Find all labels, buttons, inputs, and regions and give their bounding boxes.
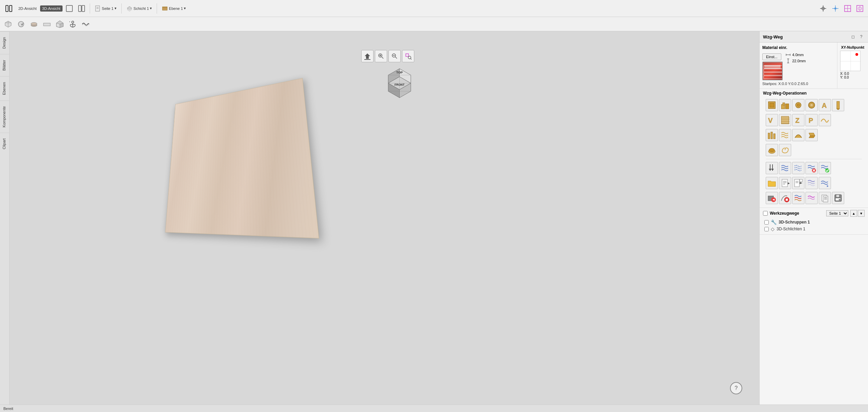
wave-btn[interactable] (80, 19, 91, 30)
zoom-in-btn[interactable] (375, 50, 387, 62)
svg-rect-3 (79, 5, 81, 12)
svg-line-53 (382, 57, 383, 59)
wooden-board (165, 78, 319, 238)
orientation-cube[interactable]: TOP FRONT (383, 67, 416, 99)
op-flute-btn[interactable] (832, 99, 844, 111)
toolpath-page-select[interactable]: Seite 1 (826, 210, 848, 216)
op-stamps-btn[interactable] (779, 99, 791, 111)
toolpath-nav-up-btn[interactable]: ▲ (850, 210, 857, 217)
svg-point-85 (810, 103, 813, 107)
sidebar-item-blaetter[interactable]: Blätter (0, 54, 9, 76)
svg-text:TOP: TOP (396, 70, 403, 74)
op-text-btn[interactable]: A (819, 99, 831, 111)
snap2-btn[interactable] (830, 3, 841, 14)
svg-point-30 (31, 22, 37, 25)
op-square-pocket-btn[interactable] (766, 99, 778, 111)
op-drill-btn[interactable] (792, 99, 804, 111)
sidebar-item-clipart[interactable]: Clipart (0, 133, 9, 155)
snap-btn[interactable] (818, 3, 829, 14)
material-settings-btn[interactable]: Einst... (762, 53, 781, 60)
op-dashed-lines-btn[interactable] (792, 162, 804, 174)
op-doc-copy-btn[interactable] (819, 192, 831, 204)
op-color-stripe-btn[interactable] (792, 192, 804, 204)
op-round-bump-btn[interactable] (766, 144, 778, 156)
xy-canvas[interactable] (840, 51, 861, 71)
op-pink-stripe-btn[interactable] (805, 192, 818, 204)
svg-rect-80 (783, 103, 785, 105)
op-rect-extrude-btn[interactable] (805, 129, 818, 141)
sidebar-item-komponente[interactable]: Komponente (0, 100, 9, 133)
page-dropdown-btn[interactable]: Seite 1 ▾ (93, 4, 119, 13)
panel-help-btn[interactable]: ? (858, 33, 865, 40)
op-animate-btn[interactable] (819, 177, 831, 189)
viewport[interactable]: TOP FRONT (10, 31, 759, 405)
toolpath-checkbox[interactable] (763, 211, 768, 216)
op-blue-wave-btn[interactable] (779, 162, 791, 174)
circle-tool-btn[interactable] (16, 19, 27, 30)
view-3d-btn[interactable]: 3D-Ansicht (40, 5, 63, 12)
op-circle-path-btn[interactable] (805, 99, 818, 111)
svg-marker-101 (809, 133, 815, 136)
surface-tool-btn[interactable] (29, 19, 39, 30)
level-dropdown-btn[interactable]: Ebene 1 ▾ (160, 4, 188, 13)
op-wavy-lines-btn[interactable] (779, 129, 791, 141)
svg-rect-10 (162, 7, 167, 10)
panel-minimize-btn[interactable]: ◻ (850, 33, 856, 40)
svg-point-83 (797, 104, 800, 106)
sidebar-item-ebenen[interactable]: Ebenen (0, 76, 9, 100)
perspective-btn[interactable] (54, 19, 65, 30)
xy-null-dot (855, 53, 858, 56)
help-btn[interactable]: ? (730, 382, 742, 394)
op-vcarve-btn[interactable]: V (766, 114, 778, 126)
op-wave-btn[interactable] (819, 114, 831, 126)
op-columns-btn[interactable] (766, 129, 778, 141)
svg-rect-127 (786, 199, 788, 201)
toolpath-item2-checkbox[interactable] (764, 227, 769, 231)
op-folder-btn[interactable] (766, 177, 778, 189)
toolpath-item-1: 🔧 3D-Schruppen 1 (763, 219, 865, 226)
svg-marker-122 (827, 185, 829, 187)
op-save-btn[interactable] (832, 192, 844, 204)
operations-title: Wzg-Weg-Operationen (763, 91, 865, 96)
op-clock-stop-btn[interactable] (779, 192, 791, 204)
status-text: Bereit (3, 407, 13, 411)
op-doc-lines-btn[interactable] (779, 177, 791, 189)
op-red-x-btn[interactable] (805, 162, 818, 174)
op-spiral-btn[interactable] (779, 144, 791, 156)
level-dropdown-arrow: ▾ (184, 6, 186, 11)
cube-tool-btn[interactable] (3, 19, 14, 30)
toolpath-section: Werkzeugwege Seite 1 ▲ ▼ 🔧 3D-Schruppen … (760, 208, 868, 235)
toolpath-nav-down-btn[interactable]: ▼ (858, 210, 865, 217)
op-drill-down-btn[interactable] (766, 162, 778, 174)
toolpath-item1-checkbox[interactable] (764, 220, 769, 225)
svg-text:P: P (809, 117, 813, 124)
op-p-btn[interactable]: P (805, 114, 818, 126)
op-z-btn[interactable]: Z (792, 114, 804, 126)
zoom-region-btn[interactable] (402, 50, 414, 62)
svg-rect-133 (836, 195, 839, 197)
op-film-play-btn[interactable] (766, 192, 778, 204)
grid-btn[interactable] (842, 3, 853, 14)
zoom-fit-btn[interactable] (854, 3, 865, 14)
op-hatch-btn[interactable] (779, 114, 791, 126)
flat-surface-btn[interactable] (41, 19, 52, 30)
anchor-btn[interactable] (67, 19, 78, 30)
sep3 (157, 3, 157, 14)
view-2d-label: 2D-Ansicht (18, 6, 37, 11)
top-toolbars: 2D-Ansicht 3D-Ansicht Seite 1 ▾ (0, 0, 868, 31)
sidebar-item-design[interactable]: Design (0, 31, 9, 54)
op-green-check-btn[interactable] (819, 162, 831, 174)
layout-split-btn[interactable] (76, 3, 87, 14)
svg-rect-99 (774, 134, 775, 139)
op-arch-btn[interactable] (792, 129, 804, 141)
svg-marker-88 (837, 109, 839, 110)
svg-rect-31 (44, 23, 50, 26)
zoom-out-btn[interactable] (388, 50, 401, 62)
layout-single-btn[interactable] (64, 3, 75, 14)
op-striped-btn[interactable] (805, 177, 818, 189)
drop-to-floor-btn[interactable] (361, 50, 374, 62)
view-2d-btn[interactable]: 2D-Ansicht (16, 5, 39, 12)
op-doc-arrow-btn[interactable] (792, 177, 804, 189)
sidebar-toggle-btn[interactable] (3, 3, 15, 14)
layer-dropdown-btn[interactable]: Schicht 1 ▾ (124, 4, 154, 13)
